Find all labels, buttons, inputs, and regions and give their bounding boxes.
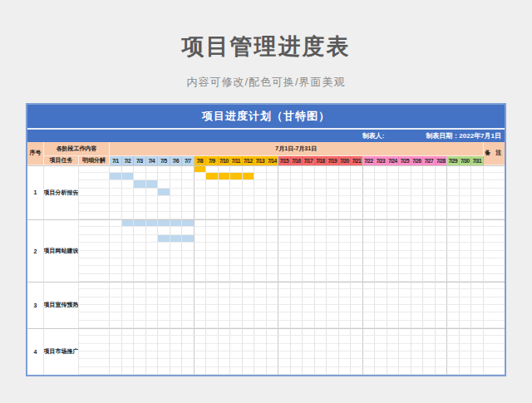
remark-cell xyxy=(484,235,505,243)
remark-cell xyxy=(484,336,505,343)
detail-cell xyxy=(79,212,110,219)
gantt-cell xyxy=(339,328,352,336)
gantt-cell xyxy=(363,359,376,366)
day-header-cell: 7/8 xyxy=(195,156,207,165)
gantt-cell xyxy=(182,219,195,227)
gantt-cell xyxy=(182,297,195,305)
gantt-cell xyxy=(303,180,315,188)
gantt-cell xyxy=(471,359,484,366)
gantt-cell xyxy=(182,282,195,289)
gantt-cell xyxy=(399,251,411,258)
gantt-cell xyxy=(351,336,363,343)
gantt-cell xyxy=(230,258,243,266)
gantt-cell xyxy=(303,165,315,173)
gantt-cell xyxy=(436,305,448,312)
detail-cell xyxy=(79,297,110,305)
gantt-cell xyxy=(182,289,195,297)
gantt-cell xyxy=(158,227,170,234)
gantt-cell xyxy=(219,321,231,328)
gantt-cell xyxy=(206,180,219,188)
gantt-cell xyxy=(399,312,411,320)
gantt-cell xyxy=(351,321,363,328)
gantt-cell xyxy=(267,282,279,289)
gantt-cell xyxy=(219,180,231,188)
gantt-cell xyxy=(254,367,267,375)
gantt-cell xyxy=(303,219,315,227)
gantt-cell xyxy=(195,282,207,289)
gantt-cell xyxy=(303,196,315,204)
gantt-cell xyxy=(436,235,448,243)
gantt-cell xyxy=(134,196,146,204)
gantt-cell xyxy=(278,243,291,250)
gantt-cell xyxy=(110,204,122,211)
gantt-cell xyxy=(447,227,460,234)
gantt-cell xyxy=(219,243,231,250)
gantt-cell xyxy=(303,173,315,180)
gantt-cell xyxy=(423,235,436,243)
gantt-cell xyxy=(170,258,183,266)
gantt-cell xyxy=(291,212,303,219)
gantt-cell xyxy=(327,266,339,273)
gantt-cell xyxy=(243,204,255,211)
gantt-cell xyxy=(158,180,170,188)
gantt-cell xyxy=(471,297,484,305)
gantt-cell xyxy=(399,336,411,343)
gantt-cell xyxy=(122,351,135,359)
gantt-cell xyxy=(243,219,255,227)
gantt-cell xyxy=(315,359,328,366)
gantt-cell xyxy=(158,282,170,289)
remark-cell xyxy=(484,321,505,328)
day-header-cell: 7/24 xyxy=(387,156,400,165)
gantt-cell xyxy=(243,251,255,258)
gantt-cell xyxy=(447,180,460,188)
gantt-cell xyxy=(122,266,135,273)
gantt-cell xyxy=(122,336,135,343)
gantt-cell xyxy=(134,367,146,375)
gantt-cell xyxy=(291,196,303,204)
day-header-cell: 7/20 xyxy=(339,156,352,165)
gantt-cell xyxy=(327,219,339,227)
gantt-cell xyxy=(423,266,436,273)
gantt-cell xyxy=(387,243,400,250)
gantt-cell xyxy=(399,180,411,188)
gantt-cell xyxy=(122,251,135,258)
gantt-cell xyxy=(399,297,411,305)
gantt-cell xyxy=(423,196,436,204)
gantt-cell xyxy=(471,251,484,258)
gantt-cell xyxy=(206,266,219,273)
gantt-cell xyxy=(411,196,424,204)
day-header-cell: 7/1 xyxy=(110,156,122,165)
gantt-cell xyxy=(411,328,424,336)
gantt-cell xyxy=(436,367,448,375)
gantt-cell xyxy=(327,251,339,258)
gantt-cell xyxy=(411,227,424,234)
gantt-cell xyxy=(134,282,146,289)
gantt-cell xyxy=(291,312,303,320)
gantt-cell xyxy=(219,351,231,359)
gantt-cell xyxy=(243,359,255,366)
gantt-cell xyxy=(375,165,387,173)
remark-cell xyxy=(484,243,505,250)
gantt-cell xyxy=(339,305,352,312)
detail-cell xyxy=(79,328,110,336)
gantt-cell xyxy=(339,165,352,173)
gantt-cell xyxy=(327,196,339,204)
gantt-cell xyxy=(351,251,363,258)
gantt-cell xyxy=(327,297,339,305)
gantt-cell xyxy=(363,189,376,196)
gantt-cell xyxy=(387,328,400,336)
gantt-cell xyxy=(267,328,279,336)
gantt-cell xyxy=(436,328,448,336)
gantt-cell xyxy=(158,336,170,343)
gantt-cell xyxy=(399,173,411,180)
gantt-cell xyxy=(158,321,170,328)
gantt-cell xyxy=(182,189,195,196)
gantt-cell xyxy=(351,367,363,375)
gantt-cell xyxy=(158,367,170,375)
gantt-cell xyxy=(206,243,219,250)
gantt-cell xyxy=(363,321,376,328)
gantt-cell xyxy=(254,297,267,305)
gantt-cell xyxy=(436,196,448,204)
gantt-cell xyxy=(243,235,255,243)
gantt-cell xyxy=(363,297,376,305)
